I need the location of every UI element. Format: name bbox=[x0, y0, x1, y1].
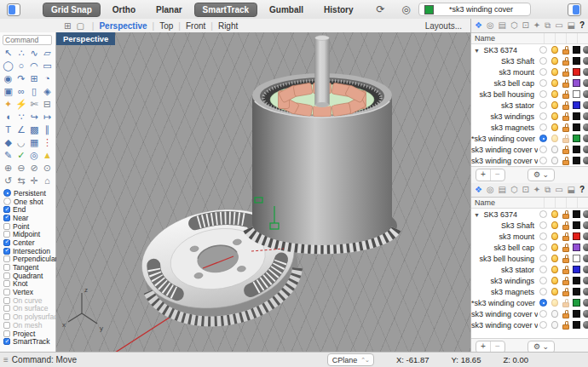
osnap-radio-one-shot[interactable] bbox=[3, 198, 11, 205]
current-layer-radio[interactable] bbox=[539, 277, 547, 284]
layer-color-swatch[interactable] bbox=[573, 210, 580, 218]
layer-visibility-bulb-icon[interactable] bbox=[551, 157, 558, 164]
osnap-radio-persistent[interactable] bbox=[3, 189, 11, 197]
layer-row-sk3-magnets[interactable]: sk3 magnets bbox=[471, 286, 588, 297]
panel-tab-properties-icon[interactable]: ◎ bbox=[487, 184, 494, 196]
layer-row-sk3-winding-cover-v3[interactable]: sk3 winding cover v3... bbox=[471, 319, 588, 330]
delete-layer-button[interactable]: − bbox=[490, 169, 504, 181]
layer-material-icon[interactable] bbox=[583, 101, 588, 109]
layer-material-icon[interactable] bbox=[583, 210, 588, 218]
layer-lock-icon[interactable] bbox=[562, 247, 569, 252]
tab-perspective[interactable]: Perspective bbox=[99, 21, 147, 31]
tool-icon-7[interactable]: ◠ bbox=[28, 60, 41, 72]
panel-tab-display-icon[interactable]: ⬡ bbox=[510, 184, 518, 196]
tab-top[interactable]: Top bbox=[159, 21, 173, 31]
panel-tab-notes-icon[interactable]: ▤ bbox=[499, 184, 506, 196]
osnap-checkbox-on-mesh[interactable] bbox=[3, 322, 10, 329]
layer-visibility-bulb-icon[interactable] bbox=[551, 123, 558, 131]
tool-icon-18[interactable]: ⚡ bbox=[14, 98, 27, 111]
layer-name[interactable]: sk3 bell housing bbox=[471, 255, 538, 263]
layer-lock-icon[interactable] bbox=[562, 116, 569, 121]
osnap-checkbox-vertex[interactable] bbox=[3, 289, 10, 295]
layer-material-icon[interactable] bbox=[583, 221, 588, 229]
current-layer-radio[interactable] bbox=[539, 288, 547, 295]
layer-color-swatch[interactable] bbox=[573, 57, 580, 65]
layer-color-swatch[interactable] bbox=[573, 46, 580, 54]
tool-icon-41[interactable]: ↺ bbox=[2, 175, 14, 187]
layer-lock-icon[interactable] bbox=[562, 127, 569, 132]
layer-lock-icon[interactable] bbox=[562, 214, 569, 219]
layer-row-sk3-windings[interactable]: sk3 windings bbox=[471, 275, 588, 286]
tool-icon-21[interactable]: ◖ bbox=[2, 111, 14, 123]
layer-visibility-bulb-icon[interactable] bbox=[551, 321, 558, 329]
layer-lock-icon[interactable] bbox=[562, 225, 569, 230]
layer-color-swatch[interactable] bbox=[573, 255, 580, 262]
layer-visibility-bulb-icon[interactable] bbox=[551, 101, 558, 109]
osnap-checkbox-knot[interactable] bbox=[3, 280, 10, 287]
layer-name[interactable]: ▼ SK3 6374 bbox=[471, 46, 538, 54]
layer-material-icon[interactable] bbox=[583, 244, 588, 251]
layer-visibility-bulb-icon[interactable] bbox=[551, 57, 558, 65]
layer-name[interactable]: sk3 bell housing bbox=[471, 90, 538, 99]
layer-row-sk3-bell-housing[interactable]: sk3 bell housing bbox=[471, 253, 588, 264]
tool-icon-17[interactable]: ✦ bbox=[2, 98, 14, 111]
status-menu-icon[interactable]: ≡ bbox=[3, 355, 9, 364]
layer-color-swatch[interactable] bbox=[573, 157, 580, 164]
layouts-button[interactable]: Layouts... bbox=[425, 21, 462, 31]
panel-tab-blocks-icon[interactable]: ⧉ bbox=[545, 184, 551, 196]
toggle-grid-snap[interactable]: Grid Snap bbox=[43, 3, 101, 17]
tool-icon-28[interactable]: ∥ bbox=[41, 123, 54, 136]
layer-visibility-bulb-icon[interactable] bbox=[551, 90, 558, 98]
layer-row-sk3-6374[interactable]: ▼ SK3 6374 bbox=[471, 44, 588, 55]
tool-icon-39[interactable]: ⊘ bbox=[28, 162, 41, 175]
record-history-icon[interactable]: ◎ bbox=[400, 3, 413, 15]
current-layer-radio[interactable] bbox=[539, 244, 547, 251]
layer-visibility-bulb-icon[interactable] bbox=[551, 135, 558, 142]
layer-name[interactable]: sk3 winding cover v2... bbox=[471, 146, 538, 154]
osnap-checkbox-tangent[interactable] bbox=[3, 264, 10, 271]
layer-lock-icon[interactable] bbox=[562, 258, 569, 263]
layer-material-icon[interactable] bbox=[583, 135, 588, 142]
tool-icon-5[interactable]: ◯ bbox=[2, 60, 14, 72]
layer-material-icon[interactable] bbox=[583, 321, 588, 329]
osnap-checkbox-intersection[interactable] bbox=[3, 248, 10, 255]
tool-icon-31[interactable]: ▦ bbox=[28, 136, 41, 149]
layer-row-sk3-mount[interactable]: sk3 mount bbox=[471, 66, 588, 77]
tool-icon-12[interactable]: ◔ bbox=[41, 72, 54, 85]
layer-lock-icon[interactable] bbox=[562, 291, 569, 296]
cplane-dropdown[interactable]: CPlane ⌃⌄ bbox=[327, 353, 374, 366]
layer-name[interactable]: sk3 winding cover v3... bbox=[471, 157, 538, 165]
toggle-gumball[interactable]: Gumball bbox=[261, 3, 312, 17]
panel-tab-display-modes-icon[interactable]: ⬓ bbox=[568, 20, 575, 32]
tool-icon-8[interactable]: ▭ bbox=[41, 60, 54, 72]
panel-tab-layers-icon[interactable]: ❖ bbox=[475, 184, 482, 196]
tool-icon-4[interactable]: ▱ bbox=[41, 47, 54, 60]
layer-row-sk3-winding-cover-v2[interactable]: sk3 winding cover v2... bbox=[471, 144, 588, 155]
current-layer-radio[interactable] bbox=[539, 221, 547, 229]
layer-visibility-bulb-icon[interactable] bbox=[551, 46, 558, 54]
layer-material-icon[interactable] bbox=[583, 112, 588, 120]
osnap-checkbox-near[interactable] bbox=[3, 215, 10, 221]
layer-color-swatch[interactable] bbox=[573, 221, 580, 229]
layer-row-sk3-6374[interactable]: ▼ SK3 6374 bbox=[471, 209, 588, 220]
layer-color-swatch[interactable] bbox=[573, 146, 580, 153]
layer-name[interactable]: *sk3 winding cover bbox=[471, 299, 538, 307]
layer-row-sk3-windings[interactable]: sk3 windings bbox=[471, 111, 588, 122]
current-layer-radio[interactable] bbox=[539, 255, 547, 262]
tool-icon-32[interactable]: ⋮ bbox=[41, 136, 54, 149]
osnap-checkbox-smarttrack[interactable] bbox=[3, 338, 10, 345]
layer-visibility-bulb-icon[interactable] bbox=[551, 288, 558, 295]
layer-name[interactable]: sk3 magnets bbox=[471, 288, 538, 296]
toggle-history[interactable]: History bbox=[315, 3, 361, 17]
current-layer-radio[interactable] bbox=[539, 46, 547, 54]
tool-icon-42[interactable]: ⇆ bbox=[14, 175, 27, 187]
layer-visibility-bulb-icon[interactable] bbox=[551, 146, 558, 153]
osnap-checkbox-perpendicular[interactable] bbox=[3, 255, 10, 262]
layer-material-icon[interactable] bbox=[583, 68, 588, 76]
tool-icon-14[interactable]: ∞ bbox=[14, 85, 27, 98]
layer-name[interactable]: Sk3 Shaft bbox=[471, 57, 538, 66]
tool-icon-13[interactable]: ▣ bbox=[2, 85, 14, 98]
tool-icon-20[interactable]: ⊟ bbox=[41, 98, 54, 111]
layer-row-sk3-winding-cover[interactable]: *sk3 winding cover bbox=[471, 297, 588, 308]
layer-name[interactable]: sk3 magnets bbox=[471, 123, 538, 132]
